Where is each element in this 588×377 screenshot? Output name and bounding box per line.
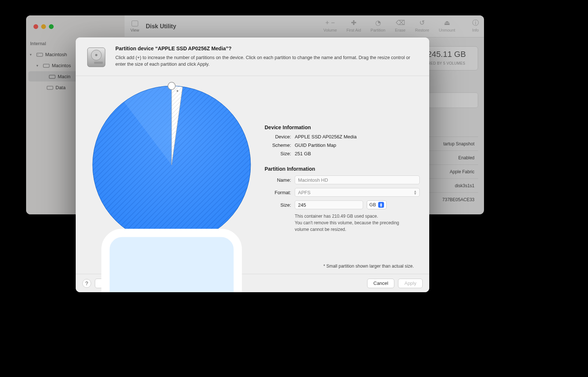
sidebar-item-label: Macin	[58, 74, 71, 79]
footnote: * Small partition shown larger than actu…	[323, 264, 414, 269]
disk-icon	[47, 85, 53, 90]
dialog-header: Partition device “APPLE SSD AP0256Z Medi…	[76, 37, 429, 76]
hard-drive-icon	[85, 46, 108, 69]
eject-icon: ⏏	[439, 19, 455, 26]
disk-icon	[36, 52, 43, 57]
info-button[interactable]: ⓘInfo	[472, 19, 479, 32]
erase-button[interactable]: ⌫Erase	[395, 19, 406, 32]
svg-point-1	[38, 54, 39, 55]
partition-name-input[interactable]	[295, 175, 420, 184]
partition-button[interactable]: ◔Partition	[370, 19, 385, 32]
svg-rect-0	[37, 53, 43, 57]
chevron-down-icon: ▾	[30, 52, 34, 57]
partition-info-heading: Partition Information	[265, 166, 420, 172]
partition-note: This container has 210.49 GB used space.…	[295, 213, 412, 233]
device-info-heading: Device Information	[265, 124, 420, 130]
partition-pie-chart[interactable]: * Macintosh HD 245 GB	[89, 80, 254, 253]
partition-dialog: Partition device “APPLE SSD AP0256Z Medi…	[76, 37, 429, 292]
format-select[interactable]: APFS ▴▾	[295, 188, 420, 197]
device-label: Device:	[265, 134, 291, 139]
close-window-button[interactable]	[33, 24, 38, 29]
zoom-window-button[interactable]	[49, 24, 54, 29]
minimize-window-button[interactable]	[41, 24, 46, 29]
stethoscope-icon: ✚	[347, 19, 361, 26]
view-menu-button[interactable]: View	[130, 21, 139, 32]
pie-icon: ◔	[370, 19, 385, 26]
restore-button[interactable]: ↺Restore	[415, 19, 429, 32]
devsize-value: 251 GB	[295, 151, 311, 156]
volume-icon	[89, 208, 254, 292]
info-icon: ⓘ	[472, 19, 479, 26]
svg-rect-8	[94, 62, 103, 64]
svg-rect-3	[49, 75, 55, 79]
name-label: Name:	[265, 177, 291, 183]
cancel-button[interactable]: Cancel	[367, 279, 394, 288]
sidebar-item-label: Macintos	[52, 63, 71, 68]
size-unit-select[interactable]: GB ▲▼	[367, 200, 387, 209]
dialog-title: Partition device “APPLE SSD AP0256Z Medi…	[115, 46, 413, 51]
svg-point-7	[95, 54, 97, 56]
first-aid-button[interactable]: ✚First Aid	[347, 19, 361, 32]
svg-rect-4	[47, 86, 53, 90]
svg-point-17	[168, 82, 175, 90]
devsize-label: Size:	[265, 151, 291, 156]
erase-icon: ⌫	[395, 19, 406, 26]
sidebar-item-label: Macintosh	[45, 52, 67, 57]
svg-text:*: *	[176, 89, 179, 95]
partition-size-input[interactable]	[295, 200, 363, 209]
toolbar: View Disk Utility + −Volume ✚First Aid ◔…	[125, 15, 484, 37]
window-traffic-lights[interactable]	[33, 24, 54, 29]
scheme-value: GUID Partition Map	[295, 142, 336, 148]
restore-icon: ↺	[415, 19, 429, 26]
sidebar-section-header: Internal	[30, 41, 46, 46]
svg-rect-2	[43, 64, 49, 68]
updown-chevron-icon: ▴▾	[414, 190, 416, 195]
format-label: Format:	[265, 190, 291, 195]
sidebar-item-label: Data	[55, 85, 65, 90]
app-title: Disk Utility	[146, 23, 176, 30]
plus-minus-icon: + −	[323, 19, 337, 26]
updown-chevron-icon: ▲▼	[378, 202, 384, 208]
size-label: Size:	[265, 202, 291, 208]
volume-button[interactable]: + −Volume	[323, 19, 337, 32]
pie-main-label: Macintosh HD 245 GB	[89, 208, 254, 292]
chevron-down-icon: ▾	[36, 64, 41, 68]
disk-icon	[49, 74, 55, 79]
unmount-button[interactable]: ⏏Unmount	[439, 19, 455, 32]
disk-icon	[43, 63, 50, 68]
apply-button[interactable]: Apply	[398, 279, 423, 288]
dialog-description: Click add (+) to increase the number of …	[115, 54, 413, 68]
device-value: APPLE SSD AP0256Z Media	[295, 134, 356, 139]
scheme-label: Scheme:	[265, 142, 291, 148]
svg-rect-18	[105, 233, 238, 293]
